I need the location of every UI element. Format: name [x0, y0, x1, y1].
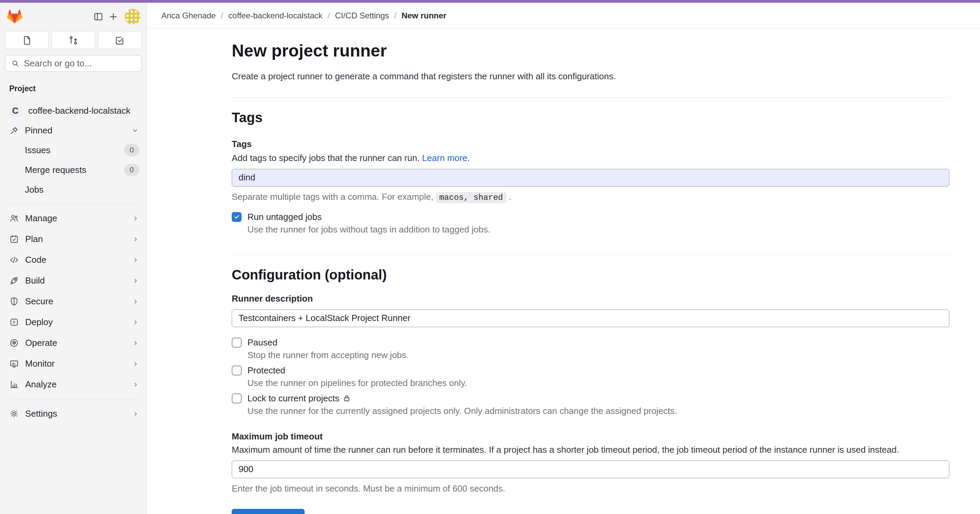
- top-accent-strip: [0, 0, 980, 3]
- search-field[interactable]: [24, 58, 135, 69]
- checkbox-unchecked-icon[interactable]: [232, 338, 242, 347]
- page-subtitle: Create a project runner to generate a co…: [232, 71, 950, 82]
- chevron-right-icon: [132, 381, 139, 388]
- shield-icon: [9, 296, 19, 306]
- run-untagged-checkbox[interactable]: Run untagged jobs: [232, 212, 950, 222]
- page-title: New project runner: [232, 40, 950, 62]
- cloud-pod-icon: [9, 338, 19, 348]
- merge-request-icon: [68, 35, 79, 46]
- breadcrumb-current: New runner: [401, 11, 447, 21]
- lock-to-projects-checkbox[interactable]: Lock to current projects: [232, 393, 950, 404]
- timeout-hint: Enter the job timeout in seconds. Must b…: [232, 483, 950, 494]
- sidebar-item-monitor[interactable]: Monitor: [0, 353, 147, 374]
- sidebar-item-code[interactable]: Code: [0, 250, 147, 270]
- runner-description-input[interactable]: [232, 309, 950, 327]
- lock-icon: [343, 394, 351, 403]
- calendar-check-icon: [9, 234, 19, 244]
- search-input[interactable]: [5, 55, 142, 72]
- chevron-right-icon: [132, 277, 139, 285]
- sidebar-item-jobs[interactable]: Jobs: [0, 180, 147, 199]
- sidebar-item-pinned[interactable]: Pinned: [0, 121, 147, 140]
- tags-field-help: Add tags to specify jobs that the runner…: [232, 153, 950, 163]
- chevron-right-icon: [132, 339, 139, 347]
- tags-hint: Separate multiple tags with a comma. For…: [232, 192, 950, 202]
- sidebar-item-issues[interactable]: Issues 0: [0, 140, 147, 160]
- timeout-input[interactable]: [232, 461, 950, 478]
- merge-requests-shortcut-button[interactable]: [51, 31, 95, 49]
- monitor-icon: [9, 359, 19, 369]
- todos-shortcut-button[interactable]: [98, 31, 142, 49]
- breadcrumb-link-project[interactable]: coffee-backend-localstack: [228, 11, 323, 21]
- project-avatar: C: [9, 104, 22, 117]
- protected-description: Use the runner on pipelines for protecte…: [247, 378, 950, 388]
- issues-doc-icon: [22, 35, 32, 46]
- merge-requests-count-badge: 0: [124, 164, 139, 176]
- paused-checkbox[interactable]: Paused: [232, 337, 950, 348]
- chevron-right-icon: [132, 410, 139, 418]
- code-icon: [9, 255, 19, 265]
- lock-to-projects-description: Use the runner for the currently assigne…: [247, 406, 950, 416]
- chevron-right-icon: [132, 236, 139, 243]
- timeout-label: Maximum job timeout: [232, 431, 950, 442]
- section-divider: [232, 97, 950, 98]
- pin-icon: [9, 126, 19, 135]
- issues-shortcut-button[interactable]: [5, 31, 49, 49]
- paused-description: Stop the runner from accepting new jobs.: [247, 350, 950, 360]
- users-icon: [9, 213, 19, 223]
- sidebar-item-deploy[interactable]: Deploy: [0, 312, 147, 333]
- sidebar-item-label: Pinned: [25, 125, 52, 136]
- timeout-help: Maximum amount of time the runner can ru…: [232, 444, 950, 455]
- project-name: coffee-backend-localstack: [28, 105, 130, 116]
- chevron-right-icon: [132, 360, 139, 368]
- checkbox-unchecked-icon[interactable]: [232, 366, 242, 376]
- breadcrumb-link-cicd-settings[interactable]: CI/CD Settings: [335, 11, 389, 21]
- sidebar: Project C coffee-backend-localstack Pinn…: [0, 3, 147, 514]
- chevron-right-icon: [132, 298, 139, 306]
- collapse-sidebar-icon[interactable]: [91, 9, 106, 24]
- gear-icon: [9, 409, 19, 419]
- section-divider: [232, 255, 950, 255]
- breadcrumb-link-user[interactable]: Anca Ghenade: [161, 11, 216, 21]
- issues-count-badge: 0: [124, 144, 139, 156]
- sidebar-divider: [9, 204, 137, 204]
- gitlab-logo-icon[interactable]: [6, 8, 23, 25]
- chevron-right-icon: [132, 215, 139, 222]
- sidebar-item-analyze[interactable]: Analyze: [0, 374, 147, 395]
- create-new-plus-icon[interactable]: [106, 9, 121, 24]
- sidebar-item-secure[interactable]: Secure: [0, 291, 147, 312]
- sidebar-item-settings[interactable]: Settings: [0, 403, 147, 424]
- tags-field-label: Tags: [232, 139, 950, 150]
- sidebar-section-label: Project: [9, 84, 147, 93]
- sidebar-item-manage[interactable]: Manage: [0, 208, 147, 229]
- sidebar-item-merge-requests[interactable]: Merge requests 0: [0, 160, 147, 180]
- checkbox-unchecked-icon[interactable]: [232, 393, 242, 403]
- create-runner-button[interactable]: Create runner: [232, 509, 305, 514]
- breadcrumb: Anca Ghenade / coffee-backend-localstack…: [147, 3, 980, 29]
- deploy-icon: [9, 317, 19, 327]
- tags-example-code: macos, shared: [436, 192, 506, 203]
- config-section-heading: Configuration (optional): [232, 267, 950, 283]
- runner-description-label: Runner description: [232, 293, 950, 304]
- sidebar-item-project[interactable]: C coffee-backend-localstack: [0, 101, 147, 121]
- learn-more-link[interactable]: Learn more: [422, 153, 467, 163]
- search-icon: [11, 59, 19, 68]
- todo-check-icon: [115, 35, 125, 46]
- user-avatar[interactable]: [125, 9, 140, 24]
- tags-section-heading: Tags: [232, 110, 950, 125]
- chevron-right-icon: [132, 256, 139, 264]
- chevron-right-icon: [132, 318, 139, 326]
- chart-icon: [9, 380, 19, 390]
- protected-checkbox[interactable]: Protected: [232, 365, 950, 376]
- sidebar-item-build[interactable]: Build: [0, 270, 147, 291]
- checkbox-checked-icon[interactable]: [232, 212, 242, 222]
- chevron-down-icon: [131, 126, 139, 134]
- rocket-icon: [9, 276, 19, 286]
- sidebar-item-operate[interactable]: Operate: [0, 333, 147, 353]
- tags-input[interactable]: [232, 169, 950, 186]
- run-untagged-description: Use the runner for jobs without tags in …: [247, 224, 950, 235]
- sidebar-item-plan[interactable]: Plan: [0, 229, 147, 250]
